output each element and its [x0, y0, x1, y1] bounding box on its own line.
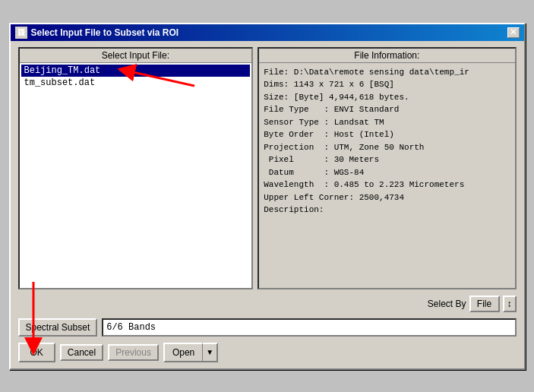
info-line-7: Pixel : 30 Meters	[264, 153, 510, 166]
main-window: 🖼 Select Input File to Subset via ROI ✕ …	[9, 23, 526, 370]
spectral-row: Spectral Subset	[18, 318, 517, 337]
action-row: OK Cancel Previous Open ▼	[18, 343, 517, 362]
info-line-1: Dims: 1143 x 721 x 6 [BSQ]	[264, 78, 510, 91]
file-list[interactable]: Beijing_TM.dat tm_subset.dat	[20, 63, 252, 276]
file-info-content: File: D:\Data\remote sensing data\temp_i…	[259, 63, 514, 288]
main-panels: Select Input File: Beijing_TM.dat tm_sub…	[18, 47, 517, 289]
info-line-2: Size: [Byte] 4,944,618 bytes.	[264, 91, 510, 104]
file-info-header: File Information:	[259, 49, 514, 63]
open-dropdown-arrow[interactable]: ▼	[202, 343, 218, 362]
info-line-3: File Type : ENVI Standard	[264, 103, 510, 116]
spectral-subset-button[interactable]: Spectral Subset	[18, 318, 98, 337]
sort-button[interactable]: ↕	[503, 296, 517, 312]
cancel-button[interactable]: Cancel	[60, 344, 103, 361]
bottom-controls: Select By File ↕ Spectral Subset	[18, 296, 517, 362]
window-title: Select Input File to Subset via ROI	[31, 27, 179, 38]
titlebar-left: 🖼 Select Input File to Subset via ROI	[15, 27, 179, 39]
previous-button[interactable]: Previous	[108, 344, 159, 361]
arrow-svg-1	[20, 63, 252, 276]
info-line-10: Upper Left Corner: 2500,4734	[264, 191, 510, 204]
open-dropdown: Open ▼	[163, 343, 218, 362]
info-line-6: Projection : UTM, Zone 50 North	[264, 141, 510, 154]
info-line-0: File: D:\Data\remote sensing data\temp_i…	[264, 66, 510, 79]
window-body: Select Input File: Beijing_TM.dat tm_sub…	[11, 41, 524, 368]
ok-button[interactable]: OK	[18, 343, 55, 362]
file-item-1[interactable]: tm_subset.dat	[21, 77, 251, 89]
info-line-9: Wavelength : 0.485 to 2.223 Micrometers	[264, 179, 510, 191]
open-button[interactable]: Open	[163, 343, 202, 362]
file-list-header: Select Input File:	[20, 49, 252, 63]
info-line-5: Byte Order : Host (Intel)	[264, 128, 510, 141]
info-line-8: Datum : WGS-84	[264, 166, 510, 179]
window-icon: 🖼	[15, 27, 27, 39]
file-info-panel: File Information: File: D:\Data\remote s…	[258, 47, 516, 289]
close-button[interactable]: ✕	[507, 27, 520, 38]
file-button[interactable]: File	[469, 296, 500, 312]
file-list-panel: Select Input File: Beijing_TM.dat tm_sub…	[18, 47, 254, 289]
select-by-row: Select By File ↕	[18, 296, 517, 312]
select-by-label: Select By	[428, 299, 466, 309]
info-line-11: Description:	[264, 204, 510, 217]
info-line-4: Sensor Type : Landsat TM	[264, 116, 510, 129]
spectral-value-input[interactable]	[102, 318, 516, 337]
titlebar: 🖼 Select Input File to Subset via ROI ✕	[11, 24, 524, 41]
file-item-0[interactable]: Beijing_TM.dat	[21, 65, 251, 77]
